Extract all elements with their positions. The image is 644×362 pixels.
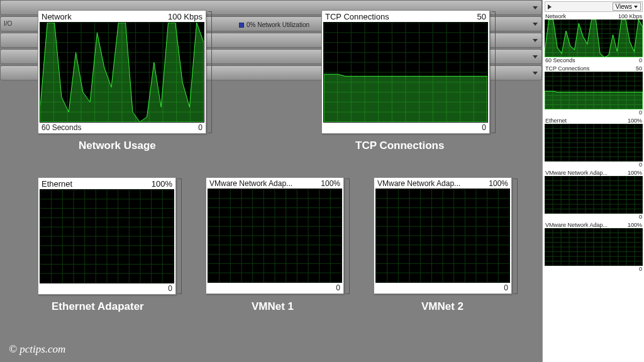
panel-network: Network 100 Kbps 60 Seconds 0: [38, 10, 206, 134]
chart-ethernet: [40, 189, 174, 283]
panel-title: Network: [42, 12, 72, 21]
chart-vmnet1: [208, 189, 342, 283]
chevron-down-icon: [533, 6, 538, 9]
caption-ethernet: Ethernet Adapater: [52, 300, 144, 313]
sidebar-toolbar: Views: [545, 1, 643, 12]
panel-title: TCP Connections: [325, 12, 389, 21]
mini-ethernet[interactable]: Ethernet100% 0: [545, 118, 643, 168]
chart-network: [40, 22, 204, 123]
panel-right: 50: [477, 12, 486, 21]
bracket-icon: [178, 178, 182, 294]
panel-tcp: TCP Connections 50 0: [321, 10, 490, 134]
bracket-icon: [514, 178, 518, 294]
panel-bottom-right: 0: [198, 123, 203, 132]
chart-tcp: [323, 22, 488, 123]
mini-vmnet2[interactable]: VMware Network Adap...100% 0: [545, 222, 643, 272]
panel-bottom-right: 0: [482, 123, 486, 132]
panel-vmnet1: VMware Network Adap... 100% 0: [206, 177, 344, 294]
mini-vmnet1[interactable]: VMware Network Adap...100% 0: [545, 170, 643, 220]
legend-swatch-icon: [239, 23, 244, 28]
mini-network[interactable]: Network100 Kbps 60 Seconds0: [545, 13, 643, 63]
io-label: I/O: [4, 20, 12, 27]
panel-bottom-right: 0: [336, 283, 340, 292]
panel-vmnet2: VMware Network Adap... 100% 0: [374, 177, 512, 294]
play-icon[interactable]: [548, 4, 552, 9]
panel-title: VMware Network Adap...: [377, 179, 460, 188]
panel-right: 100%: [321, 179, 340, 188]
caption-tcp: TCP Connections: [355, 140, 444, 152]
legend-network-util: 0% Network Utilization: [239, 21, 309, 28]
panel-bottom-right: 0: [504, 283, 508, 292]
panel-bottom-right: 0: [168, 284, 172, 293]
panel-right: 100%: [489, 179, 508, 188]
plot-tcp: [324, 74, 487, 122]
legend-label: 0% Network Utilization: [247, 21, 309, 28]
panel-title: Ethernet: [42, 179, 72, 189]
mini-tcp[interactable]: TCP Connections50 0: [545, 65, 643, 116]
caption-vmnet2: VMNet 2: [421, 300, 464, 313]
bracket-icon: [208, 11, 212, 133]
plot-mini-tcp: [545, 91, 643, 109]
watermark: © pctips.com: [9, 343, 65, 356]
panel-title: VMware Network Adap...: [209, 179, 292, 188]
bracket-icon: [346, 178, 350, 294]
bracket-icon: [492, 11, 496, 133]
chevron-down-icon: [634, 6, 638, 8]
panel-bottom-left: 60 Seconds: [42, 123, 81, 132]
chart-vmnet2: [375, 189, 510, 283]
main-area: I/O 0% Network Utilization Network 100 K…: [0, 0, 542, 362]
views-label: Views: [616, 3, 633, 10]
panel-ethernet: Ethernet 100% 0: [38, 177, 176, 295]
chevron-down-icon: [533, 39, 538, 42]
panel-right: 100 Kbps: [168, 12, 203, 21]
caption-vmnet1: VMNet 1: [252, 300, 294, 313]
chevron-down-icon: [533, 23, 538, 26]
views-button[interactable]: Views: [613, 3, 641, 11]
caption-network: Network Usage: [79, 140, 156, 152]
chevron-down-icon: [533, 72, 538, 75]
panel-right: 100%: [152, 179, 172, 189]
chevron-down-icon: [533, 55, 538, 58]
sidebar-overview: Views Network100 Kbps 60 Seconds0 TCP Co…: [542, 0, 644, 362]
